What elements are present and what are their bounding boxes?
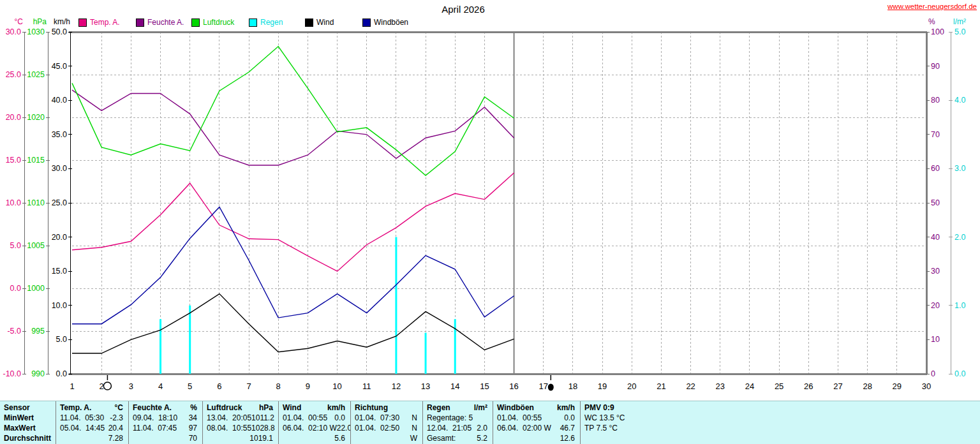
legend-item-temp-a: Temp. A. (78, 18, 120, 27)
tick-label: 0.0 (954, 369, 965, 378)
table-row: MaxWert (0, 423, 56, 433)
table-row: WC 13.5 °C (581, 413, 980, 423)
tick-label: 995 (31, 327, 45, 336)
table-cell-value: 0.0 (334, 413, 345, 423)
table-row: 01.04. 07:30N (351, 413, 422, 423)
table-cell: 01.04. 02:50 (355, 423, 399, 433)
tick-label: 25.0 (6, 70, 21, 79)
legend-label: Temp. A. (90, 18, 120, 27)
tick-label: 13 (421, 381, 430, 391)
tick-label: 3 (129, 381, 133, 391)
table-cell: TP 7.5 °C (584, 423, 618, 433)
tick-label: 30.0 (52, 164, 67, 173)
table-cell: 05.04. 14:45 (60, 423, 105, 433)
table-col-richtung: Richtung01.04. 07:30N01.04. 02:50NW (351, 401, 423, 444)
table-cell-value: 1028.8 (251, 423, 275, 433)
y-axis-temp: 30.025.020.015.010.05.00.0-5.0-10.0 (3, 27, 27, 378)
tick-label: 12 (392, 381, 401, 391)
legend-item-feuchte-a: Feuchte A. (136, 18, 184, 27)
series-feuchte-a-line (72, 90, 514, 165)
table-row: 12.6 (493, 433, 580, 443)
tick-label: 5 (188, 381, 192, 391)
tick-label: 1030 (27, 27, 45, 36)
legend-swatch-regen (249, 18, 257, 27)
tick-label: 90 (931, 62, 940, 71)
table-col-feuchte-a: Feuchte A.%09.04. 18:103411.04. 07:45977… (129, 401, 203, 444)
table-row: MinWert (0, 413, 56, 423)
table-row: 70 (129, 433, 202, 443)
legend-item-regen: Regen (249, 18, 283, 27)
tick-label: 27 (833, 381, 842, 391)
table-cell: Durchschnitt (4, 433, 51, 443)
tick-label: 10 (931, 335, 940, 344)
table-col-regen: Regenl/m²Regentage: 512.04. 21:052.0Gesa… (423, 401, 493, 444)
tick-label: 1015 (27, 156, 45, 165)
tick-label: 0.0 (56, 369, 67, 378)
table-col-header: LuftdruckhPa (203, 403, 278, 413)
tick-label: 26 (804, 381, 813, 391)
tick-label: 80 (931, 96, 940, 105)
table-cell-value: W (410, 433, 417, 443)
legend-label: Windböen (374, 18, 408, 27)
table-cell: 13.04. 20:05 (207, 413, 251, 423)
legend-item-wind: Wind (305, 18, 334, 27)
table-cell-value: 1011.2 (251, 413, 274, 423)
website-link[interactable]: www.wetter-neugersdorf.de (887, 3, 977, 10)
table-cell: 01.04. 07:30 (355, 413, 399, 423)
tick-label: 0 (931, 369, 935, 378)
tick-label: 10.0 (52, 301, 67, 310)
table-row: Gesamt:5.2 (423, 433, 493, 443)
table-row: TP 7.5 °C (581, 423, 980, 433)
tick-label: 16 (509, 381, 518, 391)
tick-label: 20 (931, 301, 940, 310)
tick-label: 60 (931, 164, 940, 173)
table-cell-value: 5.2 (477, 433, 487, 443)
table-row: Regentage: 5 (423, 413, 493, 423)
weather-chart: 30.025.020.015.010.05.00.0-5.0-10.010301… (0, 0, 980, 401)
rain-bar (189, 306, 191, 374)
table-col-header: Windböenkm/h (493, 403, 580, 413)
table-row: 06.04. 02:10 W22.0 (279, 423, 350, 433)
table-col-unit: km/h (557, 403, 575, 413)
table-col-title: Wind (283, 403, 301, 413)
tick-label: 24 (745, 381, 754, 391)
table-cell: Regentage: 5 (427, 413, 473, 423)
table-cell: MaxWert (4, 423, 36, 433)
table-col-title: Temp. A. (60, 403, 91, 413)
tick-label: 4 (158, 381, 163, 391)
tick-label: 50.0 (52, 27, 67, 36)
table-cell-value: 70 (189, 433, 197, 443)
series-luftdruck-line (72, 47, 514, 175)
y-axis-pressure: 1030102510201015101010051000995990 (27, 27, 50, 378)
table-cell-value: 2.0 (477, 423, 487, 433)
stats-table: SensorMinWertMaxWertDurchschnittTemp. A.… (0, 401, 980, 444)
tick-label: -5.0 (7, 327, 21, 336)
table-col-unit: hPa (259, 403, 273, 413)
table-col-title: Luftdruck (207, 403, 242, 413)
tick-label: 3.0 (954, 164, 965, 173)
table-row: 06.04. 02:00 W46.7 (493, 423, 580, 433)
table-col-title: Regen (427, 403, 450, 413)
table-col-title: Richtung (355, 403, 388, 413)
table-col-unit: °C (115, 403, 123, 413)
tick-label: 1000 (27, 284, 45, 293)
table-cell: 11.04. 07:45 (133, 423, 177, 433)
tick-label: 30 (922, 381, 931, 391)
table-cell: 01.04. 00:55 (283, 413, 327, 423)
table-col-pmv-0-9: PMV 0:9WC 13.5 °CTP 7.5 °C (581, 401, 980, 444)
table-col-header: Regenl/m² (423, 403, 493, 413)
table-cell: 06.04. 02:00 W (497, 423, 551, 433)
table-col-header: Temp. A.°C (56, 403, 128, 413)
table-cell-value: 97 (189, 423, 197, 433)
table-col-sensor: SensorMinWertMaxWertDurchschnitt (0, 401, 56, 444)
tick-label: 20.0 (6, 113, 21, 122)
table-row (581, 433, 980, 443)
legend-swatch-feuchte-a (136, 18, 144, 27)
legend-swatch-windb-en (362, 18, 371, 27)
table-cell: 12.04. 21:05 (427, 423, 471, 433)
table-row: 08.04. 10:551028.8 (203, 423, 278, 433)
table-cell: MinWert (4, 413, 34, 423)
table-col-windb-en: Windböenkm/h01.04. 00:550.006.04. 02:00 … (493, 401, 581, 444)
page-title: April 2026 (0, 4, 926, 15)
tick-label: 15 (480, 381, 489, 391)
